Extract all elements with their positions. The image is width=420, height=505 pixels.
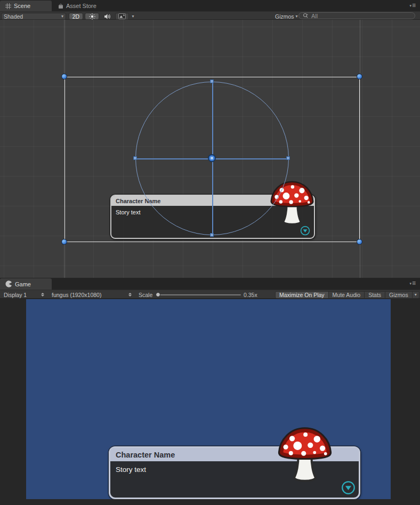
game-tabstrip: Game ▾ ≡ (0, 278, 420, 290)
mode-2d-toggle[interactable]: 2D (69, 13, 83, 20)
effects-dropdown[interactable]: ▾ (130, 13, 136, 20)
grid-icon (5, 3, 11, 9)
unity-editor-window: Scene Asset Store ▾ ≡ Shaded ▾ 2D (0, 0, 420, 505)
gizmo-handle-bottom[interactable] (210, 233, 214, 237)
chevron-down-icon: ▾ (61, 14, 63, 19)
maximize-on-play-button[interactable]: Maximize On Play (276, 292, 329, 298)
corner-handle-tl[interactable] (61, 74, 67, 79)
mushroom-sprite (274, 426, 335, 488)
game-gizmos-button[interactable]: Gizmos (385, 292, 413, 298)
game-character-name: Character Name (116, 451, 175, 459)
corner-handle-br[interactable] (357, 239, 362, 245)
updown-arrows-icon (128, 293, 132, 296)
resolution-dropdown[interactable]: fungus (1920x1080) (49, 291, 134, 298)
game-screen[interactable]: Character Name Story text (26, 299, 391, 499)
tab-game-label: Game (15, 281, 31, 287)
scene-viewport[interactable]: Character Name Story text (0, 20, 420, 278)
triangle-down-icon (345, 486, 351, 490)
tab-scene-label: Scene (14, 3, 30, 9)
effects-button[interactable] (115, 13, 129, 20)
tab-game[interactable]: Game (0, 278, 52, 290)
scene-search-input[interactable] (311, 13, 402, 19)
pacman-icon (5, 280, 12, 287)
game-gizmos-dropdown[interactable]: ▾ (413, 292, 419, 298)
game-viewport[interactable]: Character Name Story text (0, 299, 420, 505)
corner-handle-bl[interactable] (61, 239, 67, 245)
scale-label: Scale (139, 292, 152, 298)
scene-gizmos-label: Gizmos (275, 13, 294, 20)
gizmo-handle-right[interactable] (286, 156, 290, 160)
caret-down-icon: ▾ (409, 282, 411, 286)
game-continue-button[interactable] (341, 480, 356, 495)
menu-lines-icon: ≡ (412, 279, 416, 287)
stats-label: Stats (368, 292, 381, 298)
caret-down-icon: ▾ (409, 4, 411, 8)
gizmo-handle-left[interactable] (133, 156, 137, 160)
audio-toggle[interactable] (101, 13, 114, 20)
gizmo-handle-top[interactable] (210, 79, 214, 83)
game-panel-menu-icon[interactable]: ▾ ≡ (409, 279, 416, 287)
chevron-down-icon: ▾ (415, 293, 417, 297)
game-gizmos-label: Gizmos (389, 292, 408, 298)
sun-icon (89, 13, 95, 20)
scale-slider-track[interactable] (156, 294, 241, 295)
magnifier-icon (303, 13, 309, 19)
lighting-toggle[interactable] (85, 13, 99, 20)
shaded-dropdown-label: Shaded (4, 13, 23, 20)
speaker-icon (104, 13, 111, 20)
scene-tabstrip: Scene Asset Store ▾ ≡ (0, 0, 420, 11)
pivot-handle[interactable] (208, 154, 216, 162)
game-toolbar: Display 1 fungus (1920x1080) Scale 0.35x… (0, 290, 420, 299)
tab-asset-store-label: Asset Store (66, 3, 96, 9)
bag-icon (58, 3, 63, 9)
tab-scene[interactable]: Scene (0, 1, 52, 11)
scene-gizmos-dropdown[interactable]: Gizmos ▾ (272, 13, 297, 20)
corner-handle-tr[interactable] (357, 74, 362, 79)
scene-panel-menu-icon[interactable]: ▾ ≡ (409, 2, 416, 9)
updown-arrows-icon (41, 293, 44, 296)
menu-lines-icon: ≡ (412, 2, 416, 9)
mode-2d-label: 2D (72, 13, 79, 20)
display-dropdown-label: Display 1 (4, 292, 27, 298)
game-toolbar-button-group: Maximize On Play Mute Audio Stats Gizmos… (275, 291, 419, 299)
scale-slider-knob[interactable] (156, 292, 160, 297)
chevron-down-icon: ▾ (296, 14, 298, 19)
mute-audio-label: Mute Audio (333, 292, 361, 298)
stats-button[interactable]: Stats (365, 292, 385, 298)
maximize-on-play-label: Maximize On Play (279, 292, 325, 298)
mute-audio-button[interactable]: Mute Audio (329, 292, 365, 298)
game-story-text: Story text (116, 466, 146, 474)
shaded-dropdown[interactable]: Shaded ▾ (1, 13, 66, 20)
scene-toolbar: Shaded ▾ 2D (0, 11, 420, 20)
tab-asset-store[interactable]: Asset Store (53, 1, 104, 11)
image-icon (118, 13, 126, 19)
resolution-dropdown-label: fungus (1920x1080) (52, 292, 101, 298)
chevron-down-icon: ▾ (132, 14, 134, 19)
scale-value: 0.35x (244, 292, 257, 298)
display-dropdown[interactable]: Display 1 (1, 291, 47, 298)
scene-search-field[interactable] (298, 12, 415, 19)
